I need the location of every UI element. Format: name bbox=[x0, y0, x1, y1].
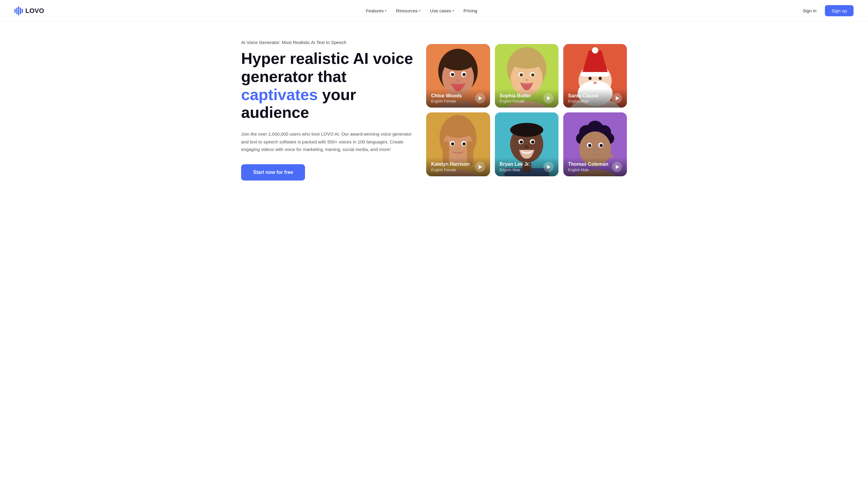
play-icon-bryan bbox=[547, 165, 551, 169]
voice-card-overlay-katelyn: Katelyn Harrison English Female bbox=[426, 157, 490, 176]
voice-grid: Chloe Woods English Female bbox=[426, 44, 627, 176]
signup-button[interactable]: Sign up bbox=[825, 5, 854, 16]
hero-title: Hyper realistic AI voice generator that … bbox=[241, 50, 415, 122]
voice-card-chloe[interactable]: Chloe Woods English Female bbox=[426, 44, 490, 108]
svg-point-39 bbox=[451, 143, 455, 146]
hero-section: AI Voice Generator: Most Realistic AI Te… bbox=[217, 22, 651, 205]
voice-info-sophia: Sophia Butler English Female bbox=[500, 93, 531, 103]
svg-point-52 bbox=[524, 145, 529, 149]
logo-bar-4 bbox=[20, 7, 21, 14]
svg-point-64 bbox=[599, 144, 603, 147]
hero-subtitle: AI Voice Generator: Most Realistic AI Te… bbox=[241, 40, 415, 45]
cta-button[interactable]: Start now for free bbox=[241, 164, 305, 181]
play-button-santa[interactable] bbox=[612, 93, 622, 103]
voice-name-chloe: Chloe Woods bbox=[431, 93, 462, 98]
hero-title-part1: Hyper realistic AI voice generator that bbox=[241, 50, 413, 85]
play-icon-chloe bbox=[478, 96, 482, 100]
svg-point-7 bbox=[451, 73, 455, 76]
voice-card-inner-thomas: Thomas Coleman English Male bbox=[563, 113, 627, 176]
voice-info-katelyn: Katelyn Harrison English Female bbox=[431, 161, 470, 172]
play-button-bryan[interactable] bbox=[544, 162, 554, 172]
voice-card-overlay-thomas: Thomas Coleman English Male bbox=[563, 157, 627, 176]
svg-point-41 bbox=[457, 148, 460, 150]
voice-card-inner-santa: Santa Clause English Male bbox=[563, 44, 627, 108]
voice-name-santa: Santa Clause bbox=[568, 93, 598, 98]
svg-point-19 bbox=[525, 79, 528, 81]
voice-name-bryan: Bryan Lee Jr. bbox=[500, 161, 530, 167]
nav-resources[interactable]: Resources ▾ bbox=[396, 8, 421, 13]
voice-lang-chloe: English Female bbox=[431, 99, 462, 103]
svg-point-47 bbox=[510, 123, 543, 137]
voice-card-overlay-bryan: Bryan Lee Jr. English Male bbox=[495, 157, 558, 176]
voice-lang-sophia: English Female bbox=[500, 99, 531, 103]
voice-grid-container: Chloe Woods English Female bbox=[426, 44, 627, 176]
play-button-katelyn[interactable] bbox=[475, 162, 485, 172]
voice-info-bryan: Bryan Lee Jr. English Male bbox=[500, 161, 530, 172]
nav-actions: Sign in Sign up bbox=[799, 5, 854, 16]
voice-card-sophia[interactable]: Sophia Butler English Female bbox=[495, 44, 558, 108]
voice-card-bryan[interactable]: Bryan Lee Jr. English Male bbox=[495, 113, 558, 176]
logo-icon bbox=[14, 6, 23, 16]
logo-bar-5 bbox=[22, 9, 23, 13]
voice-name-sophia: Sophia Butler bbox=[500, 93, 531, 98]
svg-rect-25 bbox=[581, 72, 610, 76]
voice-info-santa: Santa Clause English Male bbox=[568, 93, 598, 103]
svg-point-50 bbox=[520, 141, 523, 144]
voice-card-inner-chloe: Chloe Woods English Female bbox=[426, 44, 490, 108]
svg-point-66 bbox=[593, 150, 597, 152]
nav-use-cases[interactable]: Use cases ▾ bbox=[430, 8, 454, 13]
play-icon-thomas bbox=[616, 165, 619, 169]
logo-bar-2 bbox=[16, 7, 18, 14]
logo-bar-1 bbox=[14, 9, 16, 13]
svg-point-51 bbox=[531, 141, 534, 144]
play-icon-santa bbox=[616, 96, 619, 100]
voice-card-inner-bryan: Bryan Lee Jr. English Male bbox=[495, 113, 558, 176]
chevron-down-icon: ▾ bbox=[453, 9, 454, 12]
voice-lang-bryan: English Male bbox=[500, 168, 530, 172]
voice-name-thomas: Thomas Coleman bbox=[568, 161, 608, 167]
nav-links: Features ▾ Resources ▾ Use cases ▾ Prici… bbox=[366, 8, 477, 13]
chevron-down-icon: ▾ bbox=[385, 9, 386, 12]
hero-description: Join the over 2,000,000 users who love L… bbox=[241, 130, 415, 153]
svg-point-18 bbox=[531, 73, 534, 76]
voice-card-thomas[interactable]: Thomas Coleman English Male bbox=[563, 113, 627, 176]
svg-point-17 bbox=[520, 73, 523, 76]
nav-pricing[interactable]: Pricing bbox=[464, 8, 477, 13]
voice-card-inner-katelyn: Katelyn Harrison English Female bbox=[426, 113, 490, 176]
svg-point-9 bbox=[456, 79, 460, 82]
hero-title-highlight: captivates bbox=[241, 86, 318, 103]
logo-bar-3 bbox=[18, 6, 19, 16]
logo-text: LOVO bbox=[25, 7, 44, 15]
voice-card-overlay-chloe: Chloe Woods English Female bbox=[426, 89, 490, 108]
voice-info-chloe: Chloe Woods English Female bbox=[431, 93, 462, 103]
logo[interactable]: LOVO bbox=[14, 6, 44, 16]
play-button-thomas[interactable] bbox=[612, 162, 622, 172]
svg-point-63 bbox=[588, 144, 591, 147]
play-button-sophia[interactable] bbox=[544, 93, 554, 103]
svg-point-34 bbox=[442, 120, 474, 138]
svg-point-40 bbox=[463, 143, 466, 146]
svg-point-29 bbox=[593, 82, 597, 84]
svg-point-4 bbox=[441, 53, 475, 70]
voice-card-katelyn[interactable]: Katelyn Harrison English Female bbox=[426, 113, 490, 176]
voice-card-santa[interactable]: Santa Clause English Male bbox=[563, 44, 627, 108]
nav-features[interactable]: Features ▾ bbox=[366, 8, 386, 13]
voice-lang-santa: English Male bbox=[568, 99, 598, 103]
voice-lang-katelyn: English Female bbox=[431, 168, 470, 172]
voice-info-thomas: Thomas Coleman English Male bbox=[568, 161, 608, 172]
navbar: LOVO Features ▾ Resources ▾ Use cases ▾ … bbox=[0, 0, 868, 22]
svg-point-14 bbox=[509, 53, 544, 69]
svg-point-26 bbox=[592, 47, 598, 54]
svg-point-28 bbox=[598, 77, 602, 80]
play-icon-sophia bbox=[547, 96, 551, 100]
voice-card-overlay-sophia: Sophia Butler English Female bbox=[495, 89, 558, 108]
chevron-down-icon: ▾ bbox=[419, 9, 421, 12]
svg-point-27 bbox=[588, 77, 592, 80]
play-icon-katelyn bbox=[478, 165, 482, 169]
hero-content: AI Voice Generator: Most Realistic AI Te… bbox=[241, 40, 415, 181]
signin-button[interactable]: Sign in bbox=[799, 6, 820, 16]
voice-lang-thomas: English Male bbox=[568, 168, 608, 172]
svg-point-8 bbox=[463, 73, 466, 76]
play-button-chloe[interactable] bbox=[475, 93, 485, 103]
voice-card-overlay-santa: Santa Clause English Male bbox=[563, 89, 627, 108]
